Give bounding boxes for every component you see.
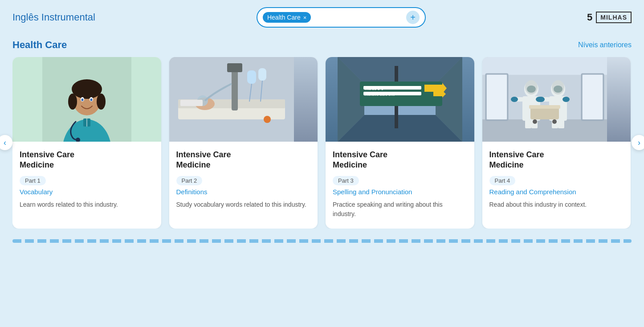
card-1-desc: Learn words related to this industry.: [20, 200, 154, 209]
progress-bar: [12, 239, 632, 243]
card-1-title: Intensive CareMedicine: [20, 150, 154, 171]
svg-rect-66: [558, 119, 564, 128]
svg-rect-17: [232, 66, 238, 110]
card-3-desc: Practice speaking and writing about this…: [333, 200, 467, 219]
svg-point-69: [533, 119, 537, 124]
svg-rect-21: [258, 68, 266, 81]
svg-point-9: [90, 98, 92, 101]
card-4-image: [482, 57, 631, 142]
milhas-count: 5: [587, 12, 592, 23]
card-4[interactable]: Intensive CareMedicine Part 4 Reading an…: [482, 57, 631, 229]
card-2-title: Intensive CareMedicine: [176, 150, 311, 171]
add-tag-button[interactable]: +: [406, 11, 420, 24]
card-4-part: Part 4: [489, 176, 516, 185]
card-2-body: Intensive CareMedicine Part 2 Definition…: [169, 142, 318, 219]
svg-rect-45: [583, 75, 603, 119]
card-3-skill[interactable]: Spelling and Pronunciation: [333, 188, 467, 196]
svg-point-4: [68, 94, 77, 110]
card-1[interactable]: Intensive CareMedicine Part 1 Vocabulary…: [12, 57, 161, 229]
svg-rect-55: [525, 119, 531, 128]
card-4-title: Intensive CareMedicine: [489, 150, 624, 171]
card-3-body: Intensive CareMedicine Part 3 Spelling a…: [326, 142, 474, 229]
tag-label: Health Care: [267, 14, 301, 21]
niveis-anteriores-link[interactable]: Níveis anteriores: [578, 41, 632, 49]
svg-point-63: [538, 97, 545, 102]
svg-point-59: [554, 86, 562, 93]
cards-wrapper: ‹: [0, 57, 644, 229]
svg-point-70: [552, 119, 557, 124]
card-3[interactable]: Wards 5-6 Intensive Care Unit Intensive …: [326, 57, 474, 229]
card-3-title: Intensive CareMedicine: [333, 150, 467, 171]
section-title: Health Care: [12, 39, 67, 51]
card-2-image: [169, 57, 318, 142]
card-3-part: Part 3: [333, 176, 359, 185]
svg-point-8: [81, 98, 83, 101]
card-4-body: Intensive CareMedicine Part 4 Reading an…: [482, 142, 631, 219]
svg-text:Wards 5-6: Wards 5-6: [364, 86, 383, 91]
svg-point-5: [97, 94, 106, 110]
svg-rect-20: [247, 70, 256, 84]
header: Inglês Instrumental Health Care × + 5 MI…: [0, 0, 644, 35]
card-3-image: Wards 5-6 Intensive Care Unit: [326, 57, 474, 142]
search-bar: Health Care × +: [257, 7, 426, 28]
card-4-desc: Read about this industry in context.: [489, 200, 624, 209]
card-2[interactable]: Intensive CareMedicine Part 2 Definition…: [169, 57, 318, 229]
card-1-skill[interactable]: Vocabulary: [20, 188, 154, 196]
svg-point-49: [527, 86, 536, 93]
svg-point-24: [264, 116, 271, 123]
svg-rect-68: [529, 105, 560, 109]
card-4-skill[interactable]: Reading and Comprehension: [489, 188, 624, 196]
section-header: Health Care Níveis anteriores: [0, 35, 644, 57]
card-2-skill[interactable]: Definitions: [176, 188, 311, 196]
tag-close-icon[interactable]: ×: [303, 15, 307, 20]
svg-point-3: [72, 79, 102, 99]
svg-point-53: [511, 97, 518, 102]
card-1-part: Part 1: [20, 176, 46, 185]
card-1-body: Intensive CareMedicine Part 1 Vocabulary…: [12, 142, 161, 219]
carousel-left-arrow[interactable]: ‹: [0, 135, 12, 150]
svg-text:Intensive Care Unit: Intensive Care Unit: [364, 93, 395, 97]
milhas-section: 5 MILHAS: [587, 12, 632, 23]
card-2-part: Part 2: [176, 176, 203, 185]
svg-rect-41: [482, 119, 607, 142]
app-title: Inglês Instrumental: [12, 12, 95, 23]
tag-area: Health Care ×: [263, 12, 311, 23]
milhas-label: MILHAS: [596, 12, 632, 23]
svg-point-64: [562, 97, 570, 102]
card-2-desc: Study vocabulary words related to this i…: [176, 200, 311, 209]
svg-rect-43: [487, 75, 507, 119]
card-1-image: [12, 57, 161, 142]
carousel-right-arrow[interactable]: ›: [632, 135, 644, 150]
svg-rect-18: [227, 63, 242, 72]
cards-row: Intensive CareMedicine Part 1 Vocabulary…: [12, 57, 632, 229]
svg-rect-25: [180, 100, 203, 106]
health-care-tag[interactable]: Health Care ×: [263, 12, 311, 23]
svg-rect-42: [482, 57, 607, 75]
